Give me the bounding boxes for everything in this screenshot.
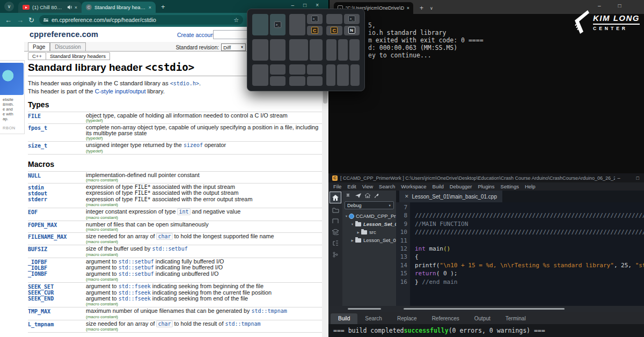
code-editor[interactable]: 78910111213141516 //////////////////////… (396, 202, 644, 306)
send-icon[interactable] (355, 193, 361, 198)
code-link[interactable]: std::fseek (119, 296, 151, 302)
snap-zone-cell[interactable] (337, 64, 349, 86)
symbol-link[interactable]: NULL (28, 173, 86, 179)
snap-layout-card[interactable]: >_C (289, 14, 323, 35)
tree-item[interactable]: ▶Lesson_Set_02 (342, 236, 396, 244)
bookmark-star-icon[interactable]: ☆ (233, 17, 239, 24)
tree-chevron-icon[interactable]: ▼ (350, 223, 355, 226)
code-link[interactable]: std::fseek (119, 290, 151, 296)
snap-zone-cell[interactable] (310, 39, 323, 61)
home-tab-icon[interactable] (330, 192, 341, 203)
menu-search[interactable]: Search (379, 184, 395, 189)
snap-zone-cell[interactable] (326, 64, 335, 86)
minimize-button[interactable]: – (618, 175, 620, 181)
create-account-link[interactable]: Create account (177, 32, 215, 38)
reload-button[interactable]: ↻ (28, 17, 34, 24)
tab-close-icon[interactable]: ✕ (405, 194, 409, 199)
menu-workspace[interactable]: Workspace (401, 184, 426, 189)
editor-tab[interactable]: ✕ Lesson_Set_01\main_basic_01.cpp (399, 191, 502, 202)
home-icon[interactable] (365, 193, 370, 198)
wrench-icon[interactable] (374, 193, 379, 199)
git-branch-icon[interactable] (333, 252, 338, 259)
snap-layout-card[interactable] (289, 64, 323, 86)
symbol-link[interactable]: FILE (28, 113, 86, 119)
symbol-link[interactable]: FOPEN_MAX (28, 222, 86, 228)
code-link[interactable]: std::tmpnam (225, 321, 260, 327)
symbol-link[interactable]: size_t (28, 143, 86, 149)
link-icon[interactable] (346, 193, 352, 198)
symbol-link[interactable]: stderr (28, 196, 86, 202)
menu-debugger[interactable]: Debugger (450, 184, 472, 189)
code-link[interactable]: std::tmpnam (252, 308, 287, 314)
snap-zone-cell[interactable]: >_ (307, 14, 323, 24)
snap-layout-card[interactable] (326, 39, 360, 61)
new-terminal-tab-button[interactable]: + (420, 4, 423, 12)
symbol-link[interactable]: stdin (28, 185, 86, 191)
snap-zone-cell[interactable]: C (307, 26, 323, 36)
snap-zone-cell[interactable] (289, 64, 305, 75)
symbol-link[interactable]: stdout (28, 191, 86, 196)
snap-zone-cell[interactable]: >_ (270, 14, 286, 35)
menu-view[interactable]: View (362, 184, 373, 189)
minimize-button[interactable]: – (598, 3, 601, 9)
folder-view-icon[interactable] (332, 208, 339, 214)
minimize-button[interactable]: – (291, 2, 295, 8)
code-link[interactable]: std::setbuf (152, 246, 187, 252)
panel-hscroll-thumb[interactable] (348, 308, 381, 310)
browser-tab-youtube[interactable]: (1) Chill 80s Dark Fanta × (18, 2, 82, 13)
symbol-link[interactable]: EOF (28, 209, 86, 215)
tree-item[interactable]: ▼Lesson_Set_01 (342, 220, 396, 228)
symbol-link[interactable]: SEEK_SET (28, 284, 86, 290)
code-link[interactable]: std::fseek (119, 283, 151, 289)
snap-layout-card[interactable] (289, 39, 323, 61)
snap-zone-cell[interactable]: C (326, 26, 342, 36)
back-button[interactable]: ← (5, 17, 12, 24)
tree-chevron-icon[interactable]: ▶ (356, 231, 361, 234)
tree-item[interactable]: ▶src (342, 228, 396, 236)
code-link[interactable]: std::setbuf (119, 259, 154, 265)
tree-chevron-icon[interactable]: ▶ (350, 239, 355, 242)
code-link[interactable]: <stdio.h> (170, 80, 199, 86)
maximize-button[interactable]: □ (303, 2, 306, 8)
tree-item[interactable]: ▼CCAMD_CPP_Prim (342, 212, 396, 220)
panel-tab-replace[interactable]: Replace (390, 313, 425, 324)
audio-speaker-icon[interactable] (67, 5, 72, 10)
symbol-link[interactable]: SEEK_END (28, 296, 86, 302)
panel-tab-terminal[interactable]: Terminal (498, 313, 533, 324)
outline-view-icon[interactable] (332, 240, 339, 247)
build-config-select[interactable]: Debug ▼ (345, 201, 394, 209)
panel-tab-references[interactable]: References (425, 313, 467, 324)
maximize-button[interactable]: □ (636, 175, 639, 181)
snap-zone-cell[interactable] (307, 64, 323, 75)
symbol-link[interactable]: _IONBF (28, 271, 86, 277)
panel-tab-build[interactable]: Build (331, 313, 357, 324)
symbol-link[interactable]: _IOLBF (28, 265, 86, 271)
wiki-tab-discussion[interactable]: Discussion (50, 42, 85, 51)
snap-zone-cell[interactable] (252, 39, 268, 61)
snap-zone-cell[interactable] (270, 76, 286, 86)
terminal-dropdown-icon[interactable]: ∨ (430, 6, 433, 11)
breadcrumb-item[interactable]: Standard library headers (46, 52, 110, 60)
code-link[interactable]: char (156, 233, 172, 240)
menu-plugins[interactable]: Plugins (478, 184, 494, 189)
menu-file[interactable]: File (333, 184, 341, 189)
tab-close-icon[interactable]: × (75, 5, 77, 10)
code-link[interactable]: std::setbuf (119, 271, 154, 277)
snap-zone-cell[interactable] (270, 39, 286, 61)
menu-build[interactable]: Build (433, 184, 444, 189)
snap-zone-cell[interactable] (326, 14, 342, 24)
snap-layout-card[interactable] (326, 64, 360, 86)
menu-settings[interactable]: Settings (501, 184, 519, 189)
tree-chevron-icon[interactable]: ▼ (344, 215, 349, 218)
symbol-link[interactable]: fpos_t (28, 125, 86, 131)
address-bar[interactable]: en.cppreference.com/w/cpp/header/cstdio … (39, 15, 243, 25)
snap-layout-card[interactable] (252, 39, 286, 61)
breadcrumb-item[interactable]: C++ (28, 52, 46, 60)
symbol-link[interactable]: BUFSIZ (28, 246, 86, 252)
revision-select[interactable]: Diff ▼ (221, 43, 246, 51)
close-button[interactable]: × (316, 2, 319, 8)
snap-zone-cell[interactable] (289, 39, 308, 61)
snap-zone-cell[interactable] (349, 39, 360, 61)
tab-close-icon[interactable]: × (149, 5, 151, 10)
sidebar-ad-card[interactable]: ebsite8/mth.e ande withap. RBON (0, 60, 25, 134)
